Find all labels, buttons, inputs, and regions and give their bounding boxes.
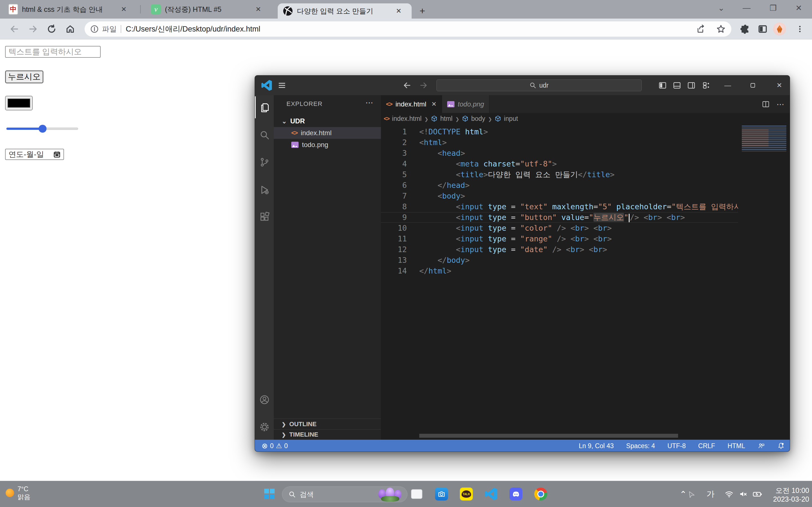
browser-menu-kebab-icon[interactable] [794,22,806,36]
extensions-icon[interactable] [255,206,274,228]
notifications-bell-icon[interactable] [777,442,784,450]
kakaotalk-app-icon[interactable]: TALK [457,486,475,503]
indentation[interactable]: Spaces: 4 [626,442,655,450]
wifi-icon[interactable] [722,486,737,503]
eol-sequence[interactable]: CRLF [698,442,715,450]
code-line-13[interactable]: 13 </body> [381,255,738,266]
search-sidebar-icon[interactable] [255,124,274,146]
code-line-10[interactable]: 10 <input type = "color" /> <br> <br> [381,223,738,233]
breadcrumb[interactable]: <> index.html html body input [384,113,778,124]
info-icon[interactable] [90,25,99,33]
page-text-input[interactable]: 텍스트를 입력하시오 [5,46,101,58]
vscode-back-icon[interactable] [401,79,413,92]
explorer-folder-udr[interactable]: UDR [274,115,381,127]
side-panel-icon[interactable] [756,22,769,36]
hamburger-menu-icon[interactable] [276,79,288,92]
taskbar-clock[interactable]: 오전 10:00 2023-03-20 [758,486,809,504]
cursor-position[interactable]: Ln 9, Col 43 [579,442,614,450]
new-tab-button[interactable] [416,4,428,17]
start-button[interactable] [264,489,274,499]
vscode-app-icon[interactable] [482,486,500,503]
camera-app-icon[interactable] [433,486,451,503]
code-line-3[interactable]: 3 <head> [381,148,738,159]
source-control-icon[interactable] [255,151,274,173]
editor-tab-index-html[interactable]: <> index.html [381,95,442,113]
explorer-file-index-html[interactable]: <> index.html [274,127,381,139]
customize-layout-icon[interactable] [700,79,713,92]
code-line-7[interactable]: 7 <body> [381,191,738,202]
tab-close-icon[interactable] [119,4,129,14]
extensions-puzzle-icon[interactable] [739,22,752,36]
toggle-panel-icon[interactable] [671,79,683,92]
horizontal-scrollbar[interactable] [419,434,678,438]
address-bar[interactable]: 파일 C:/Users/신애리/Desktop/udr/index.html [85,21,731,37]
problems-indicator[interactable]: ⊗ 0 ⚠ 0 [262,442,288,450]
breadcrumb-html[interactable]: html [440,115,452,122]
feedback-icon[interactable] [758,442,765,450]
explorer-file-todo-png[interactable]: todo.png [274,139,381,151]
window-app-icon[interactable] [408,486,426,503]
code-line-14[interactable]: 14</html> [381,266,738,276]
browser-restore-button[interactable]: ❐ [766,0,780,16]
timeline-section[interactable]: TIMELINE [274,429,381,440]
split-editor-icon[interactable] [760,98,772,110]
breadcrumb-input[interactable]: input [504,115,518,122]
code-line-5[interactable]: 5 <title>다양한 입력 요소 만들기</title> [381,169,738,180]
explorer-more-actions-icon[interactable] [365,98,373,107]
close-icon[interactable] [432,101,437,108]
share-icon[interactable] [696,24,706,34]
code-line-2[interactable]: 2<html> [381,137,738,148]
range-thumb[interactable] [39,125,47,133]
taskbar-weather-widget[interactable]: 7°C 맑음 [6,485,31,501]
breadcrumb-body[interactable]: body [471,115,485,122]
code-line-4[interactable]: 4 <meta charset="utf-8"> [381,159,738,169]
page-button[interactable]: 누르시오 [5,70,43,83]
home-icon[interactable] [64,22,77,36]
settings-gear-icon[interactable] [255,416,274,438]
language-mode[interactable]: HTML [727,442,745,450]
code-line-9[interactable]: 9 <input type = "button" value="누르시오"/> … [381,212,738,223]
explorer-files-icon[interactable] [255,96,274,118]
vscode-maximize-button[interactable] [747,79,759,92]
tab-close-icon[interactable] [394,6,403,16]
search-highlight-flowers-image[interactable] [376,487,407,502]
browser-tab-1[interactable]: 中 html & css 기초 학습 안내 [8,0,135,18]
volume-muted-icon[interactable] [736,486,751,503]
code-line-12[interactable]: 12 <input type = "date" /> <br> <br> [381,244,738,255]
browser-tab-2[interactable]: v (작성중) HTML #5 [151,0,272,18]
profile-avatar[interactable] [773,22,786,36]
toggle-sidebar-icon[interactable] [656,79,669,92]
browser-tab-3-active[interactable]: 다양한 입력 요소 만들기 [278,3,412,18]
run-debug-icon[interactable] [255,179,274,201]
taskbar-search[interactable]: 검색 [282,487,407,502]
forward-icon[interactable] [27,22,40,36]
toggle-secondary-sidebar-icon[interactable] [685,79,698,92]
chrome-app-icon[interactable] [532,486,550,503]
outline-section[interactable]: OUTLINE [274,418,381,429]
page-color-input[interactable] [5,96,33,110]
calendar-icon[interactable] [53,151,61,158]
browser-tab-search-icon[interactable]: ⌄ [714,0,728,16]
editor-more-actions-icon[interactable]: ⋯ [774,98,786,110]
page-date-input[interactable]: 연도-월-일 [5,149,64,160]
code-line-11[interactable]: 11 <input type = "range" /> <br> <br> [381,233,738,244]
encoding[interactable]: UTF-8 [667,442,686,450]
vscode-forward-icon[interactable] [417,79,430,92]
code-editor[interactable]: 1<!DOCTYPE html>2<html>3 <head>4 <meta c… [381,124,738,436]
discord-app-icon[interactable] [507,486,525,503]
tab-close-icon[interactable] [253,4,263,14]
vscode-close-button[interactable]: ✕ [773,79,785,92]
minimap[interactable] [742,126,786,152]
ime-korean-indicator[interactable]: 가 [703,486,718,503]
editor-tab-todo-png[interactable]: todo.png [442,95,490,113]
browser-minimize-button[interactable]: — [740,0,753,16]
vscode-minimize-button[interactable]: — [721,79,734,92]
account-icon[interactable] [255,389,274,411]
code-line-6[interactable]: 6 </head> [381,180,738,191]
reload-icon[interactable] [45,22,58,36]
browser-close-button[interactable]: ✕ [792,0,806,16]
code-line-8[interactable]: 8 <input type = "text" maxlength="5" pla… [381,202,738,212]
breadcrumb-file[interactable]: index.html [392,115,421,122]
back-icon[interactable] [8,22,21,36]
code-line-1[interactable]: 1<!DOCTYPE html> [381,126,738,137]
